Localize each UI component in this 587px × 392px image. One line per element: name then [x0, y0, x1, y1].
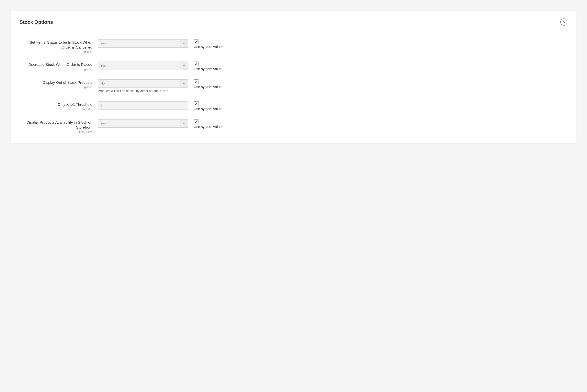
label-col: Only X left Threshold[website] — [20, 102, 92, 111]
check-icon — [195, 80, 198, 83]
set-in-stock-cancel-select[interactable]: Yes — [98, 39, 188, 48]
control-col: NoProducts will still be shown by direct… — [98, 80, 188, 93]
select-value: No — [98, 80, 180, 88]
use-system-label: Use system value — [194, 45, 222, 49]
stock-options-panel: Stock Options Set Items' Status to be In… — [11, 11, 576, 143]
decrease-stock-placed-select[interactable]: Yes — [98, 62, 188, 70]
display-availability-select[interactable]: Yes — [98, 119, 188, 128]
use-system-col: Use system value — [194, 39, 567, 49]
only-x-left-input[interactable]: 0 — [98, 102, 188, 110]
field-label: Display Products Availability in Stock o… — [20, 120, 92, 130]
field-label: Only X left Threshold — [20, 102, 92, 107]
use-system-label: Use system value — [194, 125, 222, 129]
use-system-col: Use system value — [194, 80, 567, 89]
chevron-up-icon — [563, 21, 565, 23]
field-label: Set Items' Status to be In Stock When Or… — [20, 40, 92, 50]
label-col: Decrease Stock When Order is Placed[glob… — [20, 62, 92, 71]
control-col: Yes — [98, 39, 188, 48]
field-label: Display Out of Stock Products — [20, 80, 92, 85]
label-col: Set Items' Status to be In Stock When Or… — [20, 39, 92, 53]
panel-title: Stock Options — [20, 19, 53, 25]
check-icon — [195, 40, 198, 43]
use-system-col: Use system value — [194, 102, 567, 111]
config-row-set-in-stock-cancel: Set Items' Status to be In Stock When Or… — [20, 39, 567, 53]
field-scope: [global] — [20, 68, 92, 71]
set-in-stock-cancel-use-system-checkbox[interactable] — [194, 39, 198, 44]
config-row-only-x-left: Only X left Threshold[website]0Use syste… — [20, 102, 567, 111]
check-icon — [195, 62, 198, 66]
caret-down-icon — [180, 40, 188, 48]
select-value: Yes — [98, 62, 180, 70]
caret-down-icon — [180, 80, 188, 88]
display-out-of-stock-select[interactable]: No — [98, 80, 188, 88]
control-col: Yes — [98, 119, 188, 128]
label-col: Display Out of Stock Products[global] — [20, 80, 92, 89]
config-row-display-out-of-stock: Display Out of Stock Products[global]NoP… — [20, 80, 567, 93]
field-scope: [website] — [20, 108, 92, 111]
config-row-decrease-stock-placed: Decrease Stock When Order is Placed[glob… — [20, 62, 567, 71]
select-value: Yes — [98, 40, 180, 48]
collapse-toggle[interactable] — [560, 18, 567, 26]
use-system-col: Use system value — [194, 119, 567, 129]
field-label: Decrease Stock When Order is Placed — [20, 62, 92, 67]
use-system-label: Use system value — [194, 85, 222, 89]
caret-down-icon — [180, 120, 188, 128]
field-scope: [store view] — [20, 130, 92, 133]
display-availability-use-system-checkbox[interactable] — [194, 119, 198, 124]
check-icon — [195, 120, 198, 123]
check-icon — [195, 102, 198, 105]
field-scope: [global] — [20, 86, 92, 89]
caret-down-icon — [180, 62, 188, 70]
control-col: 0 — [98, 102, 188, 110]
use-system-label: Use system value — [194, 107, 222, 111]
use-system-label: Use system value — [194, 67, 222, 71]
config-row-display-availability: Display Products Availability in Stock o… — [20, 119, 567, 133]
display-out-of-stock-use-system-checkbox[interactable] — [194, 80, 198, 84]
field-scope: [global] — [20, 50, 92, 53]
select-value: Yes — [98, 120, 180, 128]
label-col: Display Products Availability in Stock o… — [20, 119, 92, 133]
use-system-col: Use system value — [194, 62, 567, 71]
only-x-left-use-system-checkbox[interactable] — [194, 102, 198, 106]
control-col: Yes — [98, 62, 188, 70]
decrease-stock-placed-use-system-checkbox[interactable] — [194, 62, 198, 66]
field-hint: Products will still be shown by direct p… — [98, 89, 188, 93]
